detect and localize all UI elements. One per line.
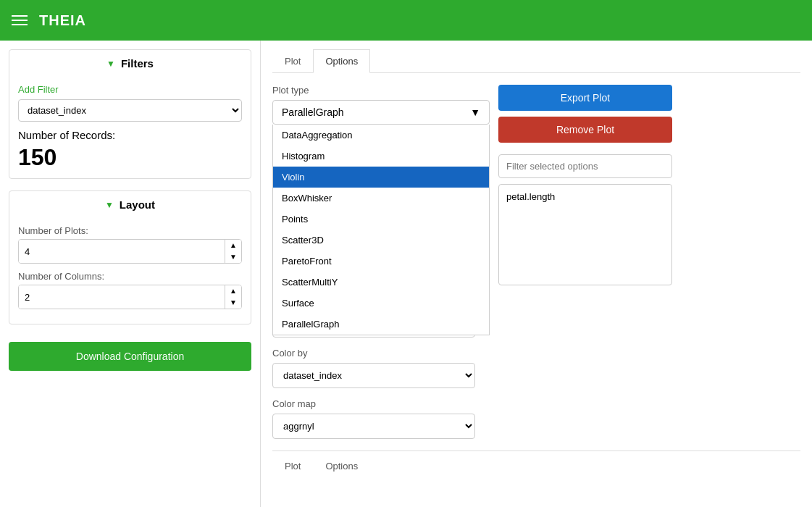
top-tabs: Plot Options <box>272 49 800 73</box>
num-columns-row: Number of Columns: ▲ ▼ <box>18 271 242 309</box>
download-config-button[interactable]: Download Configuration <box>9 342 251 371</box>
main-layout: ▼ Filters Add Filter dataset_index sepal… <box>0 41 812 507</box>
content-area: Plot Options Plot type ParallelGraph ▼ D… <box>261 41 812 507</box>
num-columns-input-wrap: ▲ ▼ <box>18 285 242 309</box>
dropdown-item-surface[interactable]: Surface <box>273 293 489 314</box>
num-plots-input-wrap: ▲ ▼ <box>18 239 242 264</box>
num-columns-input[interactable] <box>19 285 225 309</box>
options-list-box: petal.length <box>498 184 672 285</box>
add-filter-label: Add Filter <box>18 84 242 95</box>
colorby-section: Color by dataset_index petal.length peta… <box>272 348 800 388</box>
num-plots-label: Number of Plots: <box>18 225 242 236</box>
dropdown-item-paretofront[interactable]: ParetoFront <box>273 251 489 272</box>
export-plot-button[interactable]: Export Plot <box>498 85 672 111</box>
plot-type-value: ParallelGraph <box>282 106 344 118</box>
num-plots-down[interactable]: ▼ <box>225 251 241 263</box>
plot-type-select[interactable]: ParallelGraph ▼ <box>272 100 490 125</box>
plot-type-dropdown-wrap: ParallelGraph ▼ DataAggregation Histogra… <box>272 100 490 125</box>
bottom-tab-options[interactable]: Options <box>313 454 370 477</box>
num-plots-up[interactable]: ▲ <box>225 240 241 251</box>
action-buttons: Export Plot Remove Plot <box>498 85 687 143</box>
options-row: Plot type ParallelGraph ▼ DataAggregatio… <box>272 85 800 285</box>
tab-plot[interactable]: Plot <box>272 49 313 73</box>
records-label: Number of Records: <box>18 129 242 141</box>
plot-type-dropdown-list: DataAggregation Histogram Violin BoxWhis… <box>272 125 490 335</box>
num-columns-spinners: ▲ ▼ <box>225 285 241 309</box>
num-plots-spinners: ▲ ▼ <box>225 240 241 263</box>
dropdown-item-scatter3d[interactable]: Scatter3D <box>273 230 489 251</box>
app-title: THEIA <box>39 12 86 29</box>
color-by-label: Color by <box>272 348 800 359</box>
filters-body: Add Filter dataset_index sepal_length se… <box>9 77 251 178</box>
app-header: THEIA <box>0 0 812 41</box>
bottom-tab-plot[interactable]: Plot <box>272 454 313 477</box>
dropdown-item-dataaggregation[interactable]: DataAggregation <box>273 125 489 146</box>
filters-panel: ▼ Filters Add Filter dataset_index sepal… <box>9 49 251 179</box>
num-plots-row: Number of Plots: ▲ ▼ <box>18 225 242 264</box>
color-by-select[interactable]: dataset_index petal.length petal.width <box>272 363 475 388</box>
remove-plot-button[interactable]: Remove Plot <box>498 117 672 143</box>
dropdown-item-violin[interactable]: Violin <box>273 167 489 188</box>
num-columns-down[interactable]: ▼ <box>225 297 241 309</box>
num-plots-input[interactable] <box>19 240 225 263</box>
dropdown-item-scattermultiy[interactable]: ScatterMultiY <box>273 272 489 293</box>
tab-options[interactable]: Options <box>313 49 370 73</box>
num-columns-up[interactable]: ▲ <box>225 285 241 297</box>
filters-title: Filters <box>121 57 154 70</box>
layout-header: ▼ Layout <box>9 191 251 218</box>
plot-type-label: Plot type <box>272 85 490 96</box>
sidebar: ▼ Filters Add Filter dataset_index sepal… <box>0 41 261 507</box>
layout-collapse-icon[interactable]: ▼ <box>105 200 114 210</box>
dropdown-item-boxwhisker[interactable]: BoxWhisker <box>273 188 489 209</box>
dropdown-item-histogram[interactable]: Histogram <box>273 146 489 167</box>
filter-select[interactable]: dataset_index sepal_length sepal_width p… <box>18 99 242 122</box>
plot-type-section: Plot type ParallelGraph ▼ DataAggregatio… <box>272 85 490 184</box>
filter-options-input[interactable] <box>498 154 672 178</box>
options-list-item[interactable]: petal.length <box>499 188 671 206</box>
color-map-select[interactable]: aggrnyl agsunset blackbody <box>272 414 475 439</box>
right-options: Export Plot Remove Plot petal.length <box>498 85 687 285</box>
records-value: 150 <box>18 144 242 171</box>
dropdown-item-parallelgraph[interactable]: ParallelGraph <box>273 314 489 335</box>
hamburger-menu[interactable] <box>12 15 28 25</box>
bottom-tabs: Plot Options <box>272 451 800 477</box>
num-columns-label: Number of Columns: <box>18 271 242 282</box>
filters-header: ▼ Filters <box>9 50 251 77</box>
dropdown-item-points[interactable]: Points <box>273 209 489 230</box>
filters-collapse-icon[interactable]: ▼ <box>106 59 115 69</box>
layout-body: Number of Plots: ▲ ▼ Number of Columns: <box>9 218 251 324</box>
colormap-section: Color map aggrnyl agsunset blackbody <box>272 398 800 439</box>
color-map-label: Color map <box>272 398 800 409</box>
plot-type-arrow-icon: ▼ <box>470 106 480 118</box>
layout-title: Layout <box>120 198 155 211</box>
layout-panel: ▼ Layout Number of Plots: ▲ ▼ Number of … <box>9 190 251 324</box>
